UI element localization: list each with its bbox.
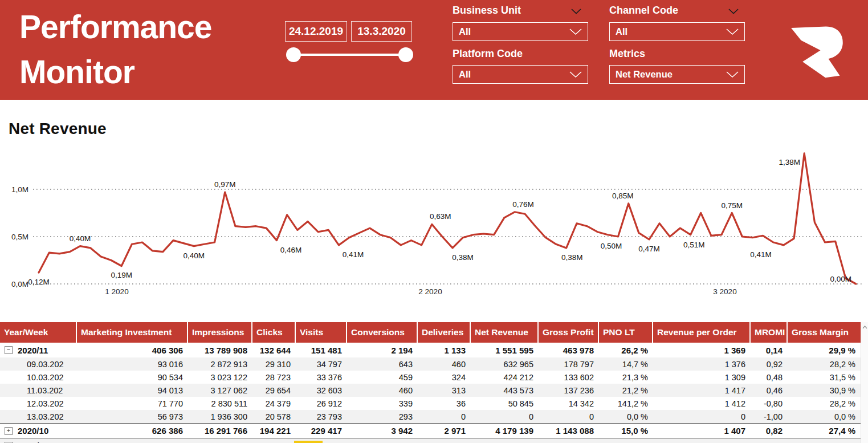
cell: 12.03.202 (0, 397, 77, 410)
date-range-slider-track[interactable] (293, 54, 406, 56)
collapse-icon[interactable]: − (5, 346, 13, 354)
cell: 137 236 (539, 384, 599, 397)
chevron-down-icon (726, 71, 739, 78)
cell: 2 194 (347, 343, 418, 357)
cell: 132 644 (252, 343, 296, 357)
cell: 1 317 (653, 438, 751, 443)
cell: 28 723 (252, 371, 296, 384)
cell: 0,0 % (788, 410, 861, 423)
cell: 28,7 % (788, 438, 861, 443)
cell: 10.03.202 (0, 371, 77, 384)
cell: 24 379 (252, 397, 296, 410)
data-point-label: 0,85M (612, 192, 634, 200)
x-axis-tick: 3 2020 (713, 287, 736, 296)
column-header[interactable]: Net Revenue (471, 322, 539, 343)
column-header[interactable]: Gross Margin (788, 322, 861, 343)
column-header[interactable]: Clicks (252, 322, 296, 343)
table-row[interactable]: 12.03.20271 7702 830 51124 37926 9123393… (0, 397, 861, 410)
cell: 27,4 % (788, 424, 861, 438)
data-point-label: 0,63M (430, 212, 451, 221)
channel-code-dropdown[interactable]: All (609, 22, 745, 41)
cell: 26 912 (296, 397, 347, 410)
cell: 30,9 % (788, 384, 861, 397)
cell: 1 407 (653, 424, 751, 438)
cell: 1 417 (653, 384, 751, 397)
date-to-input[interactable]: 13.3.2020 (351, 21, 412, 42)
column-header[interactable]: Conversions (347, 322, 418, 343)
metrics-dropdown[interactable]: Net Revenue (609, 65, 745, 84)
net-revenue-chart[interactable]: 1,0M0,5M0,0M1 20202 20203 20200,12M0,40M… (0, 143, 868, 309)
cell: 1 143 088 (539, 424, 599, 438)
cell: +2020/10 (0, 424, 77, 438)
cell: 32 603 (296, 384, 347, 397)
table-row[interactable]: 10.03.20290 5343 023 12228 72333 3764593… (0, 371, 861, 384)
platform-code-dropdown[interactable]: All (453, 65, 588, 84)
table-row[interactable]: 09.03.20293 0162 872 91329 31034 7976434… (0, 357, 861, 371)
cell: 1 551 595 (471, 343, 539, 357)
cell: 14 943 794 (188, 438, 252, 443)
cell: 0,17 (751, 438, 788, 443)
cell: 56 973 (77, 410, 188, 423)
chevron-down-icon (569, 71, 582, 78)
column-header[interactable]: Gross Profit (539, 322, 599, 343)
line-chart-canvas[interactable]: 1,0M0,5M0,0M1 20202 20203 20200,12M0,40M… (0, 143, 868, 309)
data-point-label: 0,47M (638, 245, 660, 253)
cell: 151 481 (296, 343, 347, 357)
column-header[interactable]: MROMI (751, 322, 788, 343)
data-point-label: 1,38M (779, 158, 800, 166)
table-row[interactable]: 11.03.20294 0133 127 06229 65432 6034603… (0, 384, 861, 397)
scroll-up-icon[interactable] (862, 326, 867, 329)
cell: 1 309 (653, 371, 751, 384)
y-axis-tick: 0,5M (11, 233, 28, 241)
column-header[interactable]: Visits (296, 322, 347, 343)
cell: 406 306 (77, 343, 188, 357)
cell: 3 127 062 (188, 384, 252, 397)
table-row[interactable]: +2020/10626 38616 291 766194 221229 4173… (0, 423, 861, 438)
cell: 554 719 (77, 438, 188, 443)
column-header[interactable]: PNO LT (599, 322, 653, 343)
column-header[interactable]: Deliveries (418, 322, 471, 343)
cell: 21,3 % (599, 371, 653, 384)
expand-icon[interactable]: + (5, 427, 13, 435)
chevron-down-icon[interactable] (728, 9, 739, 14)
cell: 3 023 122 (188, 371, 252, 384)
table-row[interactable]: −2020/11406 30613 789 908132 644151 4812… (0, 343, 861, 357)
chart-section-title: Net Revenue (9, 120, 107, 138)
date-range-slider-handle-right[interactable] (398, 47, 413, 62)
cell: 443 573 (471, 384, 539, 397)
cell: 2 872 913 (188, 357, 252, 371)
cell: 0,48 (751, 371, 788, 384)
cell: 14,7 % (599, 357, 653, 371)
table-header-row: Year/WeekMarketing InvestmentImpressions… (0, 322, 861, 343)
table-row[interactable]: 13.03.20256 9731 936 30020 57823 7932930… (0, 410, 861, 423)
cell: 33 376 (296, 371, 347, 384)
cell: 0,14 (751, 343, 788, 357)
column-header[interactable]: Revenue per Order (653, 322, 751, 343)
cell: 324 (418, 371, 471, 384)
cell: 178 797 (539, 357, 599, 371)
data-point-label: 0,51M (683, 241, 705, 249)
cell: 09.03.202 (0, 357, 77, 371)
date-range-slider-handle-left[interactable] (286, 47, 301, 62)
cell: 94 013 (77, 384, 188, 397)
date-from-input[interactable]: 24.12.2019 (285, 21, 347, 42)
table-row[interactable]: +2020/09554 71914 943 794190 715232 9154… (0, 438, 861, 443)
cell: 1 376 (653, 357, 751, 371)
cell: 36 (418, 397, 471, 410)
cell: 14 342 (539, 397, 599, 410)
cell: 313 (418, 384, 471, 397)
cell: 3 942 (347, 424, 418, 438)
cell: 0 (418, 410, 471, 423)
cell: 15,0 % (599, 424, 653, 438)
data-point-label: 0,40M (184, 251, 205, 260)
business-unit-dropdown[interactable]: All (453, 22, 588, 41)
data-point-label: 0,12M (28, 278, 50, 286)
column-header[interactable]: Marketing Investment (77, 322, 188, 343)
column-header[interactable]: Impressions (188, 322, 252, 343)
cell: 0,0 % (599, 410, 653, 423)
column-header[interactable]: Year/Week (0, 322, 77, 343)
cell: 3 321 (418, 438, 471, 443)
table-scrollbar[interactable] (861, 322, 868, 443)
chevron-down-icon[interactable] (571, 9, 581, 14)
cell: 28,2 % (788, 357, 861, 371)
